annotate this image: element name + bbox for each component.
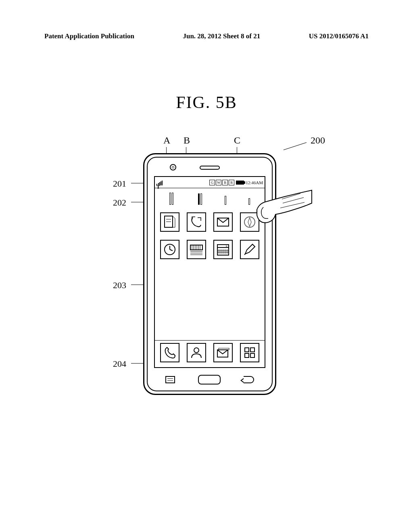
callout-201: 201 [113, 179, 126, 189]
dock-apps[interactable] [240, 343, 259, 362]
envelope-stack-icon [216, 346, 230, 360]
homescreen-pager[interactable] [155, 188, 265, 208]
app-row-2: 9 [155, 236, 265, 263]
callout-A: A [163, 135, 170, 146]
svg-rect-32 [250, 348, 254, 352]
envelope-icon [216, 215, 230, 229]
screen[interactable]: T G W B R 12:46AM [154, 176, 265, 368]
phone-bezel: T G W B R 12:46AM [147, 157, 273, 391]
svg-line-7 [170, 249, 173, 251]
clock-icon [163, 243, 177, 256]
app-keyboard[interactable] [187, 240, 206, 259]
callout-C: C [234, 135, 240, 146]
phone-icon [163, 346, 177, 360]
svg-rect-33 [245, 353, 249, 357]
notepad-icon [163, 215, 177, 229]
status-icon-3: B [222, 180, 228, 185]
callout-B: B [184, 135, 190, 146]
person-icon [190, 346, 203, 360]
app-clock[interactable] [160, 240, 179, 259]
status-bar: T G W B R 12:46AM [155, 177, 265, 188]
calendar-icon: 9 [216, 243, 230, 256]
phone-body: T G W B R 12:46AM [143, 153, 276, 395]
keyboard-icon [190, 243, 203, 256]
status-time: 12:46AM [246, 180, 263, 185]
app-pencil[interactable] [240, 240, 259, 259]
app-notepad[interactable] [160, 212, 179, 232]
page-indicator-2[interactable] [198, 192, 202, 205]
page-indicator-1[interactable] [169, 192, 176, 205]
header-left: Patent Application Publication [44, 32, 134, 40]
dock-bar [155, 340, 265, 365]
status-icon-1: G [209, 180, 215, 185]
leader-line-200 [284, 142, 307, 150]
callout-202: 202 [113, 197, 126, 208]
signal-icon: T [156, 180, 164, 185]
page-header: Patent Application Publication Jun. 28, … [0, 32, 413, 40]
header-center: Jun. 28, 2012 Sheet 8 of 21 [183, 32, 260, 40]
svg-line-35 [282, 193, 300, 199]
svg-line-37 [280, 202, 305, 208]
battery-icon [236, 181, 244, 185]
figure-title: FIG. 5B [0, 93, 413, 112]
callout-203: 203 [113, 280, 126, 291]
svg-rect-31 [245, 348, 249, 352]
page-indicator-4[interactable] [248, 192, 250, 205]
app-calendar[interactable]: 9 [213, 240, 233, 259]
compass-icon [243, 215, 257, 229]
callout-200: 200 [311, 135, 325, 146]
pencil-icon [243, 243, 257, 256]
menu-button[interactable] [165, 376, 175, 383]
status-icon-2: W [216, 180, 221, 185]
callout-204: 204 [113, 359, 126, 369]
grid-icon [243, 346, 257, 360]
dock-messages[interactable] [213, 343, 233, 362]
app-mail[interactable] [213, 212, 233, 232]
svg-point-28 [194, 348, 199, 353]
svg-text:9: 9 [226, 245, 227, 248]
phone-arrows-icon [190, 215, 203, 229]
hardware-buttons [154, 374, 265, 386]
svg-line-36 [283, 197, 304, 203]
dock-phone[interactable] [160, 343, 179, 362]
header-right: US 2012/0165076 A1 [309, 32, 369, 40]
back-button[interactable] [244, 376, 254, 383]
home-button[interactable] [198, 375, 221, 384]
app-row-1 [155, 208, 265, 236]
camera-icon [170, 164, 176, 170]
app-calls[interactable] [187, 212, 206, 232]
svg-rect-34 [250, 353, 254, 357]
page-indicator-3[interactable] [225, 192, 226, 205]
status-icon-4: R [229, 180, 234, 185]
app-compass[interactable] [240, 212, 259, 232]
earpiece-speaker [200, 166, 220, 170]
dock-contacts[interactable] [187, 343, 206, 362]
